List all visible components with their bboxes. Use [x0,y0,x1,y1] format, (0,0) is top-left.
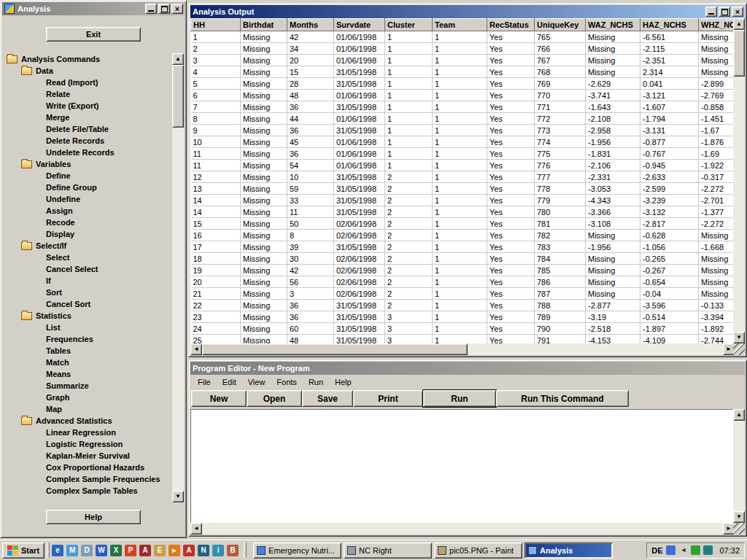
tree-item-write-export[interactable]: Write (Export) [46,101,99,110]
table-row[interactable]: 3Missing2001/06/199811Yes767Missing-2.35… [191,55,735,66]
table-row[interactable]: 14Missing3331/05/199821Yes779-4.343-3.23… [191,195,735,206]
new-button[interactable]: New [191,390,247,407]
open-button[interactable]: Open [247,390,302,407]
analysis-minimize-button[interactable] [145,4,157,14]
toolbar-drag-handle[interactable] [244,542,247,558]
tree-item-delete-records[interactable]: Delete Records [46,136,104,145]
scroll-up-button[interactable]: ▲ [172,53,184,65]
access-icon[interactable]: A [139,545,151,556]
scroll-up-button[interactable]: ▲ [733,409,745,421]
table-row[interactable]: 10Missing4501/06/199811Yes774-1.956-0.87… [191,136,735,148]
tree-item-frequencies[interactable]: Frequencies [46,335,93,343]
tree-item-means[interactable]: Means [46,370,71,378]
output-titlebar[interactable]: Analysis Output × [190,5,745,18]
display-settings-icon[interactable] [666,545,676,555]
tree-item-sort[interactable]: Sort [46,288,62,297]
tree-item-define-group[interactable]: Define Group [46,183,97,192]
column-header-team[interactable]: Team [433,19,487,31]
tree-item-if[interactable]: If [46,276,51,285]
tree-item-undefine[interactable]: Undefine [46,195,80,203]
tree-item-select[interactable]: Select [46,253,69,262]
table-row[interactable]: 7Missing3631/05/199811Yes771-1.643-1.607… [191,101,735,113]
taskbar-task-pic05-png-paint[interactable]: pic05.PNG - Paint [434,542,522,559]
help-button[interactable]: Help [46,510,141,524]
outlook-express-icon[interactable]: M [66,545,78,556]
tree-item-logistic-regression[interactable]: Logistic Regression [46,440,123,448]
menu-fonts[interactable]: Fonts [271,376,303,388]
powerpoint-icon[interactable]: P [125,545,136,556]
tree-item-summarize[interactable]: Summarize [46,381,89,390]
analysis-titlebar[interactable]: Analysis × [2,2,185,15]
table-row[interactable]: 8Missing4401/06/199811Yes772-2.108-1.794… [191,113,735,125]
epi-info-icon[interactable]: i [212,545,224,556]
tree-item-assign[interactable]: Assign [46,206,73,215]
scroll-down-button[interactable]: ▼ [172,491,184,502]
table-row[interactable]: 23Missing3631/05/199831Yes789-3.19-0.514… [191,311,735,323]
tree-group-select-if[interactable]: Select/If [36,241,66,250]
table-row[interactable]: 21Missing302/06/199821Yes787Missing-0.04… [191,288,735,300]
menu-file[interactable]: File [192,376,217,388]
scroll-up-button[interactable]: ▲ [733,18,745,30]
table-row[interactable]: 4Missing1531/05/199811Yes768Missing2.314… [191,66,735,78]
tree-group-data[interactable]: Data [36,66,53,75]
analysis-maximize-button[interactable] [158,4,170,14]
column-header-survdate[interactable]: Survdate [334,19,385,31]
column-header-whz-nchs[interactable]: WHZ_NCHS [699,19,735,31]
resize-grip[interactable] [733,343,745,355]
output-maximize-button[interactable] [719,7,730,17]
word-icon[interactable]: W [96,545,107,556]
output-vertical-scrollbar[interactable]: ▲ ▼ [733,18,745,343]
tree-group-statistics[interactable]: Statistics [36,311,71,320]
tree-item-match[interactable]: Match [46,358,69,367]
tree-item-read-import[interactable]: Read (Import) [46,78,98,87]
table-row[interactable]: 15Missing5002/06/199821Yes781-3.108-2.81… [191,218,735,230]
analysis-close-button[interactable]: × [171,4,183,14]
netscape-icon[interactable]: N [198,545,209,556]
tree-item-cox-proportional-hazards[interactable]: Cox Proportional Hazards [46,463,144,472]
taskbar-task-emergency-nutri[interactable]: Emergency Nutri... [253,542,341,559]
table-row[interactable]: 20Missing5602/06/199821Yes786Missing-0.6… [191,276,735,288]
paint-icon[interactable]: B [227,545,239,556]
tree-item-recode[interactable]: Recode [46,218,75,227]
program-editor-titlebar[interactable]: Program Editor - New Program [190,362,745,375]
table-row[interactable]: 1Missing4201/06/199811Yes765Missing-6.56… [191,31,735,43]
scroll-down-button[interactable]: ▼ [733,332,745,343]
run-button[interactable]: Run [423,390,496,407]
tree-item-linear-regression[interactable]: Linear Regression [46,428,116,437]
acrobat-reader-icon[interactable]: A [183,545,195,556]
language-indicator[interactable]: DE [651,546,662,555]
internet-explorer-icon[interactable]: e [52,545,63,556]
table-row[interactable]: 2Missing3401/06/199811Yes766Missing-2.11… [191,43,735,55]
resize-grip[interactable] [733,523,745,534]
table-row[interactable]: 17Missing3931/05/199821Yes783-1.956-1.05… [191,241,735,253]
tree-root-analysis-commands[interactable]: Analysis Commands [21,55,100,63]
print-button[interactable]: Print [353,390,423,407]
table-row[interactable]: 25Missing4831/05/199831Yes791-4.153-4.10… [191,335,735,344]
scrollbar-thumb[interactable] [733,30,745,77]
table-row[interactable]: 9Missing3631/05/199811Yes773-2.958-3.131… [191,125,735,136]
tree-item-define[interactable]: Define [46,171,71,180]
program-editor-textarea[interactable] [190,409,735,523]
table-row[interactable]: 16Missing802/06/199821Yes782Missing-0.62… [191,230,735,241]
editor-vertical-scrollbar[interactable]: ▲ ▼ [733,409,745,523]
tree-item-graph[interactable]: Graph [46,393,69,402]
tree-item-delete-file-table[interactable]: Delete File/Table [46,125,109,133]
scroll-down-button[interactable]: ▼ [733,511,745,523]
column-header-waz-nchs[interactable]: WAZ_NCHS [586,19,640,31]
table-row[interactable]: 5Missing2831/05/199811Yes769-2.6290.041-… [191,78,735,90]
output-close-button[interactable]: × [732,7,743,17]
table-row[interactable]: 22Missing3631/05/199821Yes788-2.877-3.59… [191,300,735,311]
column-header-birthdat[interactable]: Birthdat [241,19,287,31]
menu-run[interactable]: Run [303,376,329,388]
show-desktop-icon[interactable]: D [81,545,93,556]
column-header-hh[interactable]: HH [191,19,241,31]
table-row[interactable]: 14Missing1131/05/199821Yes780-3.366-3.13… [191,206,735,218]
tree-item-map[interactable]: Map [46,405,62,413]
taskbar-task-nc-right[interactable]: NC Right [344,542,432,559]
column-header-cluster[interactable]: Cluster [385,19,433,31]
clock[interactable]: 07:32 [719,546,740,555]
scrollbar-thumb[interactable] [172,65,184,128]
tree-item-undelete-records[interactable]: Undelete Records [46,148,115,157]
tree-item-complex-sample-frequencies[interactable]: Complex Sample Frequencies [46,475,160,483]
menu-view[interactable]: View [242,376,271,388]
